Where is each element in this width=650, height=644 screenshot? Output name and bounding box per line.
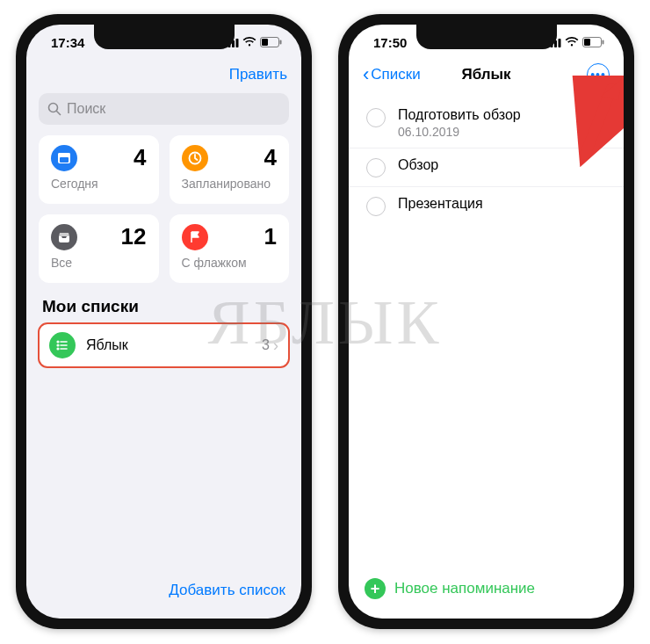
svg-rect-25	[603, 40, 604, 45]
card-flagged[interactable]: 1 С флажком	[170, 214, 290, 283]
phone-left-frame: 17:34 Править Поиск	[16, 14, 312, 629]
svg-rect-5	[262, 39, 268, 46]
reminder-checkbox[interactable]	[366, 158, 386, 177]
battery-icon	[260, 37, 282, 47]
chevron-left-icon: ‹	[363, 65, 369, 84]
list-name: Яблык	[86, 337, 128, 353]
more-options-button[interactable]: •••	[587, 63, 610, 86]
reminders-list: Подготовить обзор 06.10.2019 Обзор Презе…	[349, 93, 624, 225]
edit-button[interactable]: Править	[229, 66, 287, 83]
new-reminder-button[interactable]: Новое напоминание	[394, 580, 535, 597]
card-label: Сегодня	[51, 177, 147, 191]
footer: Добавить список	[26, 569, 301, 619]
search-icon	[47, 102, 61, 116]
smart-cards-grid: 4 Сегодня 4 Запланировано 12	[26, 135, 301, 297]
list-count: 3	[262, 337, 270, 353]
svg-point-17	[57, 348, 59, 350]
clock-icon	[182, 145, 208, 171]
reminder-row[interactable]: Обзор	[349, 148, 624, 187]
reminder-row[interactable]: Презентация	[349, 187, 624, 225]
back-button[interactable]: ‹ Списки	[363, 65, 421, 84]
phone-right-screen: 17:50 ‹ Списки Яблык •••	[349, 25, 624, 619]
card-count: 12	[121, 223, 147, 250]
phone-left-screen: 17:34 Править Поиск	[26, 25, 301, 619]
list-row-yablyk[interactable]: Яблык 3 ›	[39, 323, 289, 367]
list-icon	[49, 332, 76, 358]
reminder-date: 06.10.2019	[398, 125, 521, 139]
tray-icon	[51, 224, 77, 250]
add-list-button[interactable]: Добавить список	[169, 582, 285, 599]
card-all[interactable]: 12 Все	[39, 214, 159, 283]
battery-icon	[582, 37, 604, 47]
plus-icon: +	[365, 578, 386, 599]
wifi-icon	[242, 37, 256, 47]
card-label: Все	[51, 256, 147, 270]
back-label: Списки	[371, 66, 420, 83]
phone-right-frame: 17:50 ‹ Списки Яблык •••	[338, 14, 634, 629]
search-field[interactable]: Поиск	[39, 93, 289, 125]
status-time: 17:50	[373, 35, 407, 50]
card-scheduled[interactable]: 4 Запланировано	[170, 135, 290, 204]
reminder-checkbox[interactable]	[366, 108, 386, 127]
svg-rect-24	[584, 39, 590, 46]
card-count: 4	[134, 144, 146, 171]
reminder-title: Презентация	[398, 196, 483, 212]
svg-rect-22	[559, 39, 561, 47]
svg-rect-3	[236, 39, 239, 47]
flag-icon	[182, 224, 208, 250]
nav-bar: Править	[26, 60, 301, 93]
more-icon: •••	[590, 68, 606, 82]
calendar-icon	[51, 145, 77, 171]
status-time: 17:34	[51, 35, 84, 50]
reminder-title: Обзор	[398, 157, 438, 173]
svg-point-15	[57, 344, 59, 346]
svg-rect-10	[58, 153, 70, 156]
card-label: Запланировано	[182, 177, 278, 191]
svg-rect-11	[60, 157, 69, 163]
reminder-checkbox[interactable]	[366, 197, 386, 216]
nav-bar: ‹ Списки Яблык •••	[349, 60, 624, 93]
footer: + Новое напоминание	[349, 566, 624, 619]
card-count: 4	[264, 144, 277, 171]
wifi-icon	[565, 37, 579, 47]
card-label: С флажком	[182, 256, 278, 270]
notch	[416, 25, 557, 49]
svg-line-8	[57, 112, 61, 115]
notch	[94, 25, 235, 49]
search-placeholder: Поиск	[67, 101, 105, 117]
reminder-row[interactable]: Подготовить обзор 06.10.2019	[349, 98, 624, 148]
page-title: Яблык	[424, 66, 548, 83]
section-my-lists: Мои списки	[26, 297, 301, 323]
card-count: 1	[264, 223, 277, 250]
reminder-title: Подготовить обзор	[398, 107, 521, 123]
svg-rect-6	[280, 40, 282, 45]
svg-point-13	[57, 341, 59, 343]
chevron-right-icon: ›	[273, 336, 278, 355]
card-today[interactable]: 4 Сегодня	[39, 135, 159, 204]
